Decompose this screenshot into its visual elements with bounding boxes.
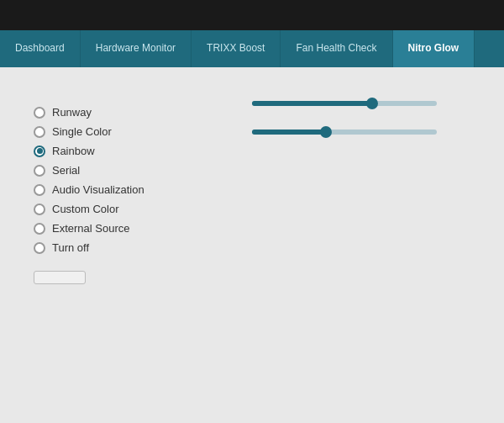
- brightness-section: [252, 101, 470, 106]
- radio-label-single-color: Single Color: [52, 125, 112, 138]
- radio-input-turn-off: [34, 242, 45, 254]
- radio-input-external-source: [34, 223, 45, 235]
- radio-item-external-source[interactable]: External Source: [34, 222, 202, 235]
- radio-label-custom-color: Custom Color: [52, 203, 118, 215]
- color-change-speed-fill: [252, 130, 326, 135]
- radio-input-runway: [34, 107, 45, 119]
- brightness-fill: [252, 101, 372, 106]
- radio-label-runway: Runway: [52, 106, 92, 119]
- radio-item-single-color[interactable]: Single Color: [34, 125, 202, 138]
- left-panel: RunwaySingle ColorRainbowSerialAudio Vis…: [34, 93, 202, 398]
- right-panel: [252, 93, 470, 398]
- radio-label-turn-off: Turn off: [52, 241, 89, 254]
- radio-input-rainbow: [34, 145, 45, 157]
- tab-hardware-monitor[interactable]: Hardware Monitor: [81, 30, 192, 67]
- radio-item-runway[interactable]: Runway: [34, 106, 202, 119]
- nav-tabs: DashboardHardware MonitorTRIXX BoostFan …: [0, 30, 504, 67]
- tab-trixx-boost[interactable]: TRIXX Boost: [192, 30, 281, 67]
- color-change-speed-section: [252, 130, 470, 135]
- radio-item-turn-off[interactable]: Turn off: [34, 241, 202, 254]
- brightness-slider[interactable]: [252, 101, 437, 106]
- radio-input-audio-visualization: [34, 184, 45, 196]
- radio-item-audio-visualization[interactable]: Audio Visualization: [34, 183, 202, 196]
- color-change-speed-slider[interactable]: [252, 130, 437, 135]
- tab-nitro-glow[interactable]: Nitro Glow: [393, 30, 475, 67]
- radio-item-custom-color[interactable]: Custom Color: [34, 203, 202, 215]
- radio-label-external-source: External Source: [52, 222, 130, 235]
- title-bar: [0, 0, 504, 30]
- radio-input-custom-color: [34, 204, 45, 215]
- color-change-speed-thumb[interactable]: [320, 126, 332, 138]
- tab-dashboard[interactable]: Dashboard: [0, 30, 81, 67]
- default-button[interactable]: [34, 271, 86, 284]
- radio-item-serial[interactable]: Serial: [34, 164, 202, 177]
- radio-item-rainbow[interactable]: Rainbow: [34, 145, 202, 157]
- radio-label-audio-visualization: Audio Visualization: [52, 183, 144, 196]
- radio-group: RunwaySingle ColorRainbowSerialAudio Vis…: [34, 106, 202, 254]
- brightness-thumb[interactable]: [366, 98, 378, 109]
- radio-input-serial: [34, 165, 45, 177]
- radio-label-serial: Serial: [52, 164, 80, 177]
- radio-label-rainbow: Rainbow: [52, 145, 95, 157]
- tab-fan-health-check[interactable]: Fan Health Check: [281, 30, 392, 67]
- radio-input-single-color: [34, 126, 45, 138]
- main-content: RunwaySingle ColorRainbowSerialAudio Vis…: [0, 67, 504, 423]
